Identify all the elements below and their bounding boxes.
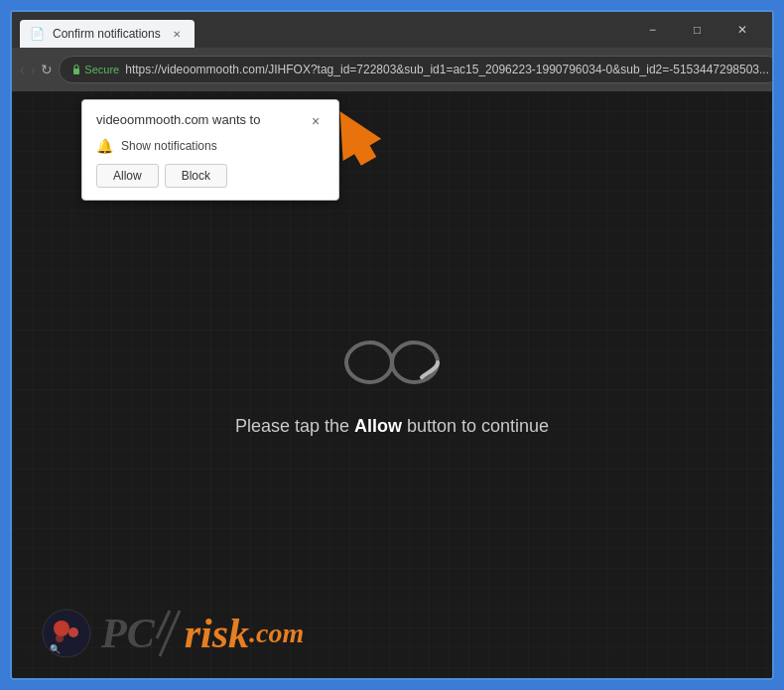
close-button[interactable]: ✕: [719, 16, 764, 44]
window-controls: − □ ✕: [630, 16, 764, 48]
url-text: https://videoommooth.com/JIHFOX?tag_id=7…: [125, 63, 769, 76]
notification-label: Show notifications: [121, 139, 217, 153]
svg-line-13: [160, 611, 180, 656]
page-center: Please tap the Allow button to continue: [235, 333, 549, 437]
bell-icon: 🔔: [96, 138, 113, 154]
page-content: videoommooth.com wants to × 🔔 Show notif…: [12, 91, 772, 678]
browser-window: 📄 Confirm notifications ✕ − □ ✕ ‹ › ↻ Se…: [10, 10, 774, 680]
back-button[interactable]: ‹: [20, 56, 25, 83]
secure-label: Secure: [84, 64, 119, 75]
active-tab[interactable]: 📄 Confirm notifications ✕: [20, 20, 195, 48]
pcrisk-logo-icon: 🔍: [42, 609, 91, 658]
popup-buttons: Allow Block: [96, 164, 325, 188]
watermark-pc: PC: [101, 610, 155, 657]
block-button[interactable]: Block: [165, 164, 227, 188]
infinity-symbol: [332, 333, 452, 392]
watermark-slash-icon: [155, 609, 185, 658]
tab-label: Confirm notifications: [53, 27, 161, 41]
notification-popup: videoommooth.com wants to × 🔔 Show notif…: [81, 99, 339, 201]
orange-arrow-icon: [314, 91, 393, 170]
page-message: Please tap the Allow button to continue: [235, 416, 549, 437]
tab-close-button[interactable]: ✕: [169, 26, 185, 42]
watermark-risk: risk: [185, 610, 249, 657]
lock-icon: [71, 64, 81, 75]
svg-point-9: [54, 621, 69, 636]
svg-text:🔍: 🔍: [50, 643, 62, 655]
svg-point-11: [56, 634, 64, 642]
refresh-button[interactable]: ↻: [41, 56, 53, 83]
minimize-button[interactable]: −: [630, 16, 675, 44]
secure-badge: Secure: [71, 64, 119, 75]
message-suffix: button to continue: [402, 416, 549, 436]
watermark: 🔍 PC risk .com: [42, 609, 304, 658]
popup-title: videoommooth.com wants to: [96, 112, 260, 127]
address-bar: ‹ › ↻ Secure https://videoommooth.com/JI…: [12, 48, 772, 91]
svg-marker-7: [321, 100, 387, 170]
popup-notification-row: 🔔 Show notifications: [96, 138, 325, 154]
watermark-text-container: PC risk .com: [101, 609, 304, 658]
svg-rect-0: [73, 69, 79, 74]
address-input-container[interactable]: Secure https://videoommooth.com/JIHFOX?t…: [59, 56, 774, 83]
watermark-com: .com: [249, 618, 304, 649]
message-prefix: Please tap the: [235, 416, 354, 436]
maximize-button[interactable]: □: [675, 16, 719, 44]
svg-point-10: [68, 627, 78, 637]
allow-button[interactable]: Allow: [96, 164, 159, 188]
forward-button[interactable]: ›: [31, 56, 36, 83]
popup-header: videoommooth.com wants to ×: [96, 112, 325, 130]
tab-favicon: 📄: [30, 27, 45, 41]
message-allow-bold: Allow: [354, 416, 402, 436]
tab-bar: 📄 Confirm notifications ✕ − □ ✕: [12, 12, 772, 48]
